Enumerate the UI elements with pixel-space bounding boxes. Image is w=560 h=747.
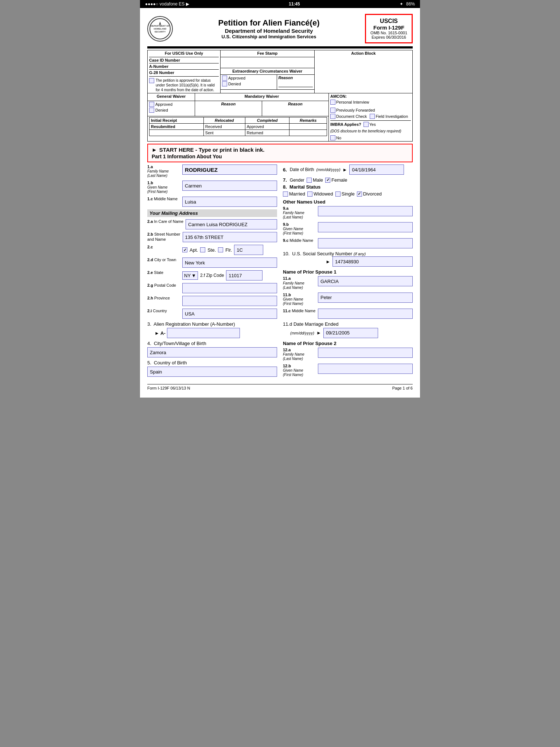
- single-checkbox[interactable]: [335, 191, 341, 197]
- field-9c-input[interactable]: [318, 238, 413, 248]
- completed-label: Completed: [245, 117, 289, 123]
- extra-denied-label: Denied: [228, 82, 241, 86]
- field-2f-input[interactable]: [226, 270, 262, 280]
- status-time: 11:45: [289, 1, 300, 7]
- field-1a-input[interactable]: [182, 165, 277, 175]
- sent-label: Sent: [203, 129, 245, 136]
- field-2i-input[interactable]: [182, 309, 277, 319]
- field-2i-label: 2.i Country: [147, 309, 180, 313]
- male-option[interactable]: Male: [307, 177, 323, 183]
- start-text: START HERE - Type or print in black ink.: [159, 147, 265, 153]
- field-2a-label: 2.a In Care of Name: [147, 219, 183, 224]
- field-9a-row: 9.aFamily Name(Last Name): [283, 206, 413, 220]
- gen-denied-label: Denied: [155, 108, 168, 112]
- field-10-input[interactable]: [332, 256, 413, 267]
- field-11c-input[interactable]: [318, 309, 413, 319]
- field-11b-input[interactable]: [318, 293, 413, 303]
- imbra-label: IMBRA Applies?: [330, 122, 361, 127]
- field-7-row: 7. Gender Male Female: [283, 177, 413, 183]
- widowed-checkbox[interactable]: [307, 191, 312, 197]
- field-2h-input[interactable]: [182, 296, 277, 306]
- extra-approved-checkbox[interactable]: [222, 76, 227, 81]
- field-2d-input[interactable]: [182, 258, 277, 268]
- field-9a-input[interactable]: [318, 206, 413, 216]
- field-5-input[interactable]: [147, 367, 277, 377]
- field-12b-input[interactable]: [318, 364, 413, 374]
- header-divider: [147, 46, 413, 49]
- married-option[interactable]: Married: [283, 191, 305, 197]
- imbra-note: (DOS disclosure to the beneficiary requi…: [330, 129, 401, 133]
- gen-denied-checkbox[interactable]: [149, 108, 154, 113]
- flr-label: Flr.: [225, 247, 232, 253]
- female-option[interactable]: Female: [325, 177, 347, 183]
- field-6-input[interactable]: [349, 165, 404, 175]
- form-title: Petition for Alien Fiancé(e): [173, 18, 365, 28]
- field-3-input[interactable]: [167, 328, 240, 338]
- doc-check-checkbox[interactable]: [330, 114, 335, 119]
- date-arrow-11d: ►: [316, 330, 321, 336]
- field-1b-row: 1.b Given Name(First Name): [147, 181, 277, 194]
- single-option[interactable]: Single: [335, 191, 355, 197]
- svg-text:HOMELAND: HOMELAND: [154, 28, 167, 30]
- female-checkbox[interactable]: [325, 178, 330, 183]
- field-2g-input[interactable]: [182, 283, 277, 293]
- widowed-label: Widowed: [314, 191, 333, 197]
- start-arrow: ►: [152, 147, 157, 153]
- apt-checkbox[interactable]: [182, 247, 187, 252]
- right-column: 6. Date of Birth (mm/dd/yyyy) ► 7. Gende…: [283, 165, 413, 380]
- relocated-label: Relocated: [203, 117, 245, 123]
- field-2ef-row: 2.e State NY ▼ 2.f Zip Code: [147, 270, 277, 280]
- field-2f-label: 2.f Zip Code: [200, 273, 224, 278]
- field-1b-input[interactable]: [182, 181, 277, 191]
- field-1a-row: 1.a Family Name(Last Name): [147, 165, 277, 178]
- field-12b-label: 12.bGiven Name(First Name): [283, 364, 316, 377]
- field-9b-input[interactable]: [318, 222, 413, 232]
- left-column: 1.a Family Name(Last Name) 1.b Given Nam…: [147, 165, 277, 380]
- field-12a-input[interactable]: [318, 348, 413, 358]
- form-subtitle: Department of Homeland Security: [173, 28, 365, 34]
- flr-checkbox[interactable]: [218, 247, 223, 252]
- prior-spouse-1-heading: Name of Prior Spouse 1: [283, 269, 413, 275]
- imbra-no-checkbox[interactable]: [330, 135, 335, 140]
- prior-spouse-2-heading: Name of Prior Spouse 2: [283, 341, 413, 346]
- extra-denied-checkbox[interactable]: [222, 81, 227, 86]
- status-right: ✦ 86%: [400, 1, 415, 7]
- field-2c-input[interactable]: [234, 245, 263, 255]
- imbra-yes-checkbox[interactable]: [363, 122, 369, 127]
- footer: Form I-129F 06/13/13 N Page 1 of 6: [147, 384, 413, 390]
- field-12a-label: 12.aFamily Name(Last Name): [283, 348, 316, 361]
- ste-label: Ste.: [207, 247, 216, 253]
- field-1c-row: 1.c Middle Name: [147, 197, 277, 207]
- gen-approved-checkbox[interactable]: [149, 102, 154, 107]
- field-investigation-checkbox[interactable]: [370, 114, 375, 119]
- field-11b-label: 11.bGiven Name(First Name): [283, 293, 316, 306]
- ste-checkbox[interactable]: [200, 247, 205, 252]
- field-investigation-label: Field Investigation: [376, 114, 408, 119]
- prev-forwarded-checkbox[interactable]: [330, 108, 335, 113]
- married-checkbox[interactable]: [283, 191, 288, 197]
- personal-interview-checkbox[interactable]: [330, 100, 335, 105]
- field-4-input[interactable]: [147, 347, 277, 357]
- field-9b-row: 9.bGiven Name(First Name): [283, 222, 413, 236]
- field-2b-input[interactable]: [183, 232, 277, 242]
- male-label: Male: [313, 177, 323, 183]
- widowed-option[interactable]: Widowed: [307, 191, 333, 197]
- field-2g-label: 2.g Postal Code: [147, 283, 180, 288]
- uscis-label: USCIS: [370, 18, 407, 24]
- field-11d-input[interactable]: [323, 328, 378, 338]
- field-10-row: 10. U.S. Social Security Number (if any)…: [283, 251, 413, 267]
- extra-approved-label: Approved: [228, 76, 245, 80]
- footer-left: Form I-129F 06/13/13 N: [147, 386, 190, 390]
- male-checkbox[interactable]: [307, 178, 312, 183]
- field-1a-label: 1.a Family Name(Last Name): [147, 165, 180, 178]
- petition-approved-checkbox[interactable]: [149, 78, 154, 83]
- case-id-label: Case ID Number: [149, 57, 219, 62]
- imbra-yes-label: Yes: [369, 122, 376, 127]
- field-2a-input[interactable]: [186, 219, 277, 229]
- field-11a-input[interactable]: [318, 276, 413, 286]
- divorced-checkbox[interactable]: [357, 191, 362, 197]
- mailing-address-heading: Your Mailing Address: [147, 209, 277, 217]
- dhs-logo: DEPARTMENT OF HOMELAND SECURITY: [147, 16, 173, 42]
- field-1c-input[interactable]: [182, 197, 277, 207]
- divorced-option[interactable]: Divorced: [357, 191, 382, 197]
